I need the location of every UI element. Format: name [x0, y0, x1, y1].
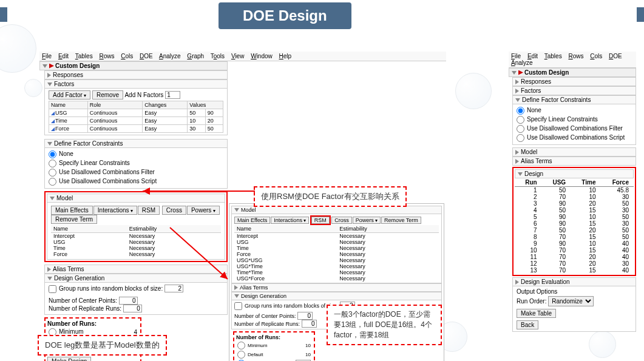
section-model[interactable]: Model	[47, 194, 225, 203]
run-order-select[interactable]: Randomize	[548, 296, 594, 306]
model-terms-table: NameEstimability InterceptNecessary USGN…	[51, 225, 221, 257]
menu-tables[interactable]: Tables	[544, 53, 562, 59]
table-row[interactable]: ◢ForceContinuousEasy3050	[49, 125, 223, 133]
section-design[interactable]: Design	[515, 169, 634, 178]
table-row[interactable]: 11702040	[515, 254, 634, 260]
make-table-button[interactable]: Make Table	[517, 309, 556, 318]
group-runs-checkbox[interactable]: Group runs into random blocks of size:	[49, 285, 163, 292]
runs-minimum[interactable]: Minimum	[237, 343, 267, 348]
red-triangle-icon[interactable]	[49, 64, 54, 69]
constraint-filter[interactable]: Use Disallowed Combinations Filter	[517, 124, 632, 133]
remove-button[interactable]: Remove	[92, 90, 123, 100]
main-effects-button[interactable]: Main Effects	[234, 217, 270, 224]
interactions-button[interactable]: Interactions	[93, 206, 137, 215]
menu-analyze[interactable]: Analyze	[511, 59, 533, 66]
table-row[interactable]: ◢TimeContinuousEasy1020	[49, 117, 223, 125]
table-row[interactable]: TimeNecessary	[51, 245, 221, 251]
section-model-inset[interactable]: Model	[231, 206, 442, 214]
menu-doe[interactable]: DOE	[140, 53, 153, 59]
powers-button[interactable]: Powers	[353, 217, 381, 224]
table-row[interactable]: 6901530	[515, 220, 634, 227]
section-responses[interactable]: Responses	[44, 70, 228, 79]
section-custom-design[interactable]: Custom Design	[39, 61, 228, 70]
table-row[interactable]: 9901040	[515, 240, 634, 247]
back-button[interactable]: Back	[517, 320, 538, 329]
section-factors[interactable]: Factors	[44, 79, 228, 89]
menu-rows[interactable]: Rows	[568, 53, 583, 59]
table-row[interactable]: 4501530	[515, 207, 634, 214]
make-design-button[interactable]: Make Design	[47, 357, 91, 361]
menu-analyze[interactable]: Analyze	[159, 53, 181, 59]
group-runs-checkbox[interactable]: Group runs into random blocks of size:	[234, 303, 338, 309]
menu-tables[interactable]: Tables	[75, 53, 93, 59]
table-row: Time*TimeNecessary	[234, 269, 439, 275]
table-row[interactable]: 1501045.8	[515, 187, 634, 194]
table-row[interactable]: 12702030	[515, 260, 634, 267]
group-size-input[interactable]	[164, 285, 183, 292]
menu-graph[interactable]: Graph	[187, 53, 204, 59]
table-row[interactable]: 7502050	[515, 227, 634, 234]
menu-help[interactable]: Help	[279, 53, 292, 59]
menu-cols[interactable]: Cols	[590, 53, 602, 59]
cross-button[interactable]: Cross	[162, 206, 186, 215]
remove-term-button[interactable]: Remove Term	[51, 215, 97, 224]
rsm-button-highlighted[interactable]: RSM	[311, 217, 330, 224]
interactions-button[interactable]: Interactions	[271, 217, 309, 224]
menu-view[interactable]: View	[231, 53, 245, 59]
menu-file[interactable]: File	[511, 53, 521, 59]
menu-tools[interactable]: Tools	[211, 53, 225, 59]
section-custom-design[interactable]: Custom Design	[509, 68, 636, 77]
menu-file[interactable]: FFileile	[42, 53, 52, 59]
remove-term-button[interactable]: Remove Term	[381, 217, 421, 224]
replicate-runs-input[interactable]	[302, 320, 317, 328]
add-n-input[interactable]	[165, 91, 180, 99]
constraint-linear[interactable]: Specify Linear Constraints	[517, 115, 632, 124]
menu-doe[interactable]: DOE	[609, 53, 622, 59]
powers-button[interactable]: Powers	[187, 206, 220, 215]
table-row[interactable]: 3902050	[515, 200, 634, 207]
main-effects-button[interactable]: Main Effects	[51, 206, 93, 215]
section-designgen-inset[interactable]: Design Generation	[231, 292, 442, 300]
section-responses[interactable]: Responses	[512, 77, 636, 86]
table-row[interactable]: InterceptNecessary	[51, 233, 221, 240]
table-row[interactable]: ◢USGContinuousEasy5090	[49, 109, 223, 117]
menu-rows[interactable]: Rows	[99, 53, 114, 59]
red-triangle-icon[interactable]	[518, 70, 523, 75]
table-row[interactable]: USGNecessary	[51, 239, 221, 245]
menu-window[interactable]: Window	[251, 53, 273, 59]
menu-cols[interactable]: Cols	[121, 53, 133, 59]
decor-bubble	[455, 73, 492, 109]
cross-button[interactable]: Cross	[331, 217, 352, 224]
table-row[interactable]: 5901050	[515, 214, 634, 220]
constraint-filter[interactable]: Use Disallowed Combinations Filter	[49, 168, 223, 177]
runs-minimum[interactable]: Minimum	[49, 328, 84, 335]
constraint-script[interactable]: Use Disallowed Combinations Script	[517, 133, 632, 143]
constraint-none[interactable]: None	[49, 150, 223, 159]
constraint-linear[interactable]: Specify Linear Constraints	[49, 159, 223, 168]
section-alias[interactable]: Alias Terms	[512, 157, 636, 166]
section-constraints[interactable]: Define Factor Constraints	[44, 139, 228, 148]
center-points-input[interactable]	[119, 297, 138, 305]
table-row[interactable]: 13701540	[515, 267, 634, 274]
menu-edit[interactable]: Edit	[58, 53, 69, 59]
table-row[interactable]: 2701030	[515, 194, 634, 200]
menu-edit[interactable]: Edit	[527, 53, 538, 59]
table-row[interactable]: 8701550	[515, 234, 634, 240]
table-row: ForceNecessary	[234, 251, 439, 257]
section-designgen[interactable]: Design Generation	[44, 274, 228, 283]
section-alias-inset[interactable]: Alias Terms	[231, 283, 442, 292]
constraint-script[interactable]: Use Disallowed Combinations Script	[49, 177, 223, 186]
table-row[interactable]: ForceNecessary	[51, 251, 221, 257]
table-row[interactable]: 10701540	[515, 247, 634, 254]
section-constraints[interactable]: Define Factor Constraints	[512, 95, 636, 104]
add-factor-button[interactable]: Add Factor	[49, 90, 90, 100]
section-alias[interactable]: Alias Terms	[44, 265, 228, 274]
replicate-runs-input[interactable]	[123, 305, 142, 312]
constraint-none[interactable]: None	[517, 106, 632, 115]
rsm-button[interactable]: RSM	[138, 206, 160, 215]
section-design-eval[interactable]: Design Evaluation	[512, 277, 636, 286]
section-factors[interactable]: Factors	[512, 86, 636, 95]
center-points-input[interactable]	[297, 312, 313, 320]
section-model[interactable]: Model	[512, 147, 636, 157]
runs-default[interactable]: Default	[237, 352, 263, 357]
